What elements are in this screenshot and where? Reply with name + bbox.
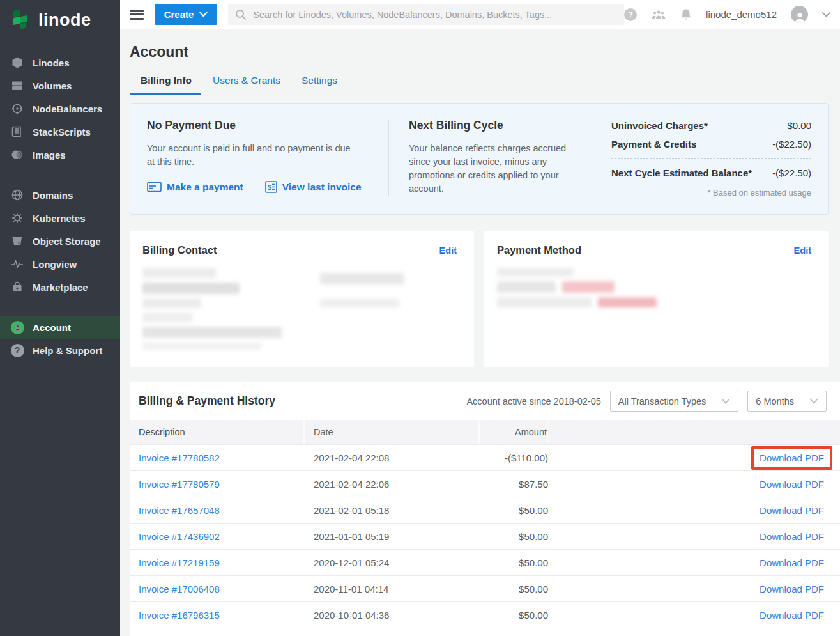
column-description: Description bbox=[130, 420, 305, 444]
account-active-since: Account active since 2018-02-05 bbox=[466, 396, 600, 407]
view-last-invoice-link[interactable]: $ View last invoice bbox=[265, 181, 362, 193]
estimated-usage-footnote: * Based on estimated usage bbox=[611, 188, 811, 198]
download-pdf-link[interactable]: Download PDF bbox=[760, 557, 824, 568]
svg-text:$: $ bbox=[268, 183, 271, 191]
sidebar: linode Linodes Volumes NodeBalancers Sta… bbox=[0, 0, 120, 636]
tab-settings[interactable]: Settings bbox=[302, 75, 337, 95]
highlight-annotation: Download PDF bbox=[760, 531, 824, 542]
table-row: Invoice #17780582 2021-02-04 22:08 -($11… bbox=[130, 444, 840, 470]
user-menu-chevron-icon[interactable] bbox=[822, 12, 830, 17]
highlight-annotation: Download PDF bbox=[760, 610, 824, 621]
search-input[interactable] bbox=[253, 10, 617, 20]
invoice-link[interactable]: Invoice #17006408 bbox=[139, 584, 220, 594]
invoice-link[interactable]: Invoice #17657048 bbox=[139, 505, 220, 516]
sidebar-item-longview[interactable]: Longview bbox=[0, 252, 120, 275]
invoice-link[interactable]: Invoice #16796315 bbox=[139, 610, 220, 621]
download-pdf-link[interactable]: Download PDF bbox=[760, 479, 824, 490]
create-button[interactable]: Create bbox=[155, 4, 218, 25]
charges-section: Uninvoiced Charges* $0.00 Payment & Cred… bbox=[611, 119, 811, 198]
highlight-annotation: Download PDF bbox=[760, 505, 824, 516]
topbar-right: ? linode_demo512 bbox=[624, 6, 830, 23]
make-payment-link[interactable]: Make a payment bbox=[147, 181, 243, 193]
table-row: Invoice #17657048 2021-02-01 05:18 $50.0… bbox=[130, 497, 840, 523]
invoice-date: 2020-12-01 05:24 bbox=[305, 557, 480, 568]
search-icon bbox=[235, 9, 247, 20]
download-pdf-link[interactable]: Download PDF bbox=[760, 610, 824, 621]
sidebar-item-label: Account bbox=[33, 322, 71, 333]
username-label[interactable]: linode_demo512 bbox=[706, 9, 777, 20]
download-pdf-link[interactable]: Download PDF bbox=[760, 453, 824, 463]
invoice-amount: $50.00 bbox=[480, 505, 548, 516]
tab-billing-info[interactable]: Billing Info bbox=[141, 75, 192, 95]
chevron-down-icon bbox=[809, 398, 818, 404]
sidebar-item-kubernetes[interactable]: Kubernetes bbox=[0, 206, 120, 229]
invoice-date: 2021-02-04 22:08 bbox=[305, 453, 480, 463]
sidebar-item-images[interactable]: Images bbox=[0, 143, 120, 166]
invoice-link[interactable]: Invoice #17780582 bbox=[139, 453, 220, 463]
help-icon: ? bbox=[10, 343, 24, 357]
sidebar-item-label: Marketplace bbox=[33, 282, 88, 293]
download-pdf-link[interactable]: Download PDF bbox=[760, 531, 824, 542]
sidebar-item-label: Domains bbox=[33, 190, 73, 201]
highlight-annotation: Download PDF bbox=[760, 479, 824, 490]
user-avatar[interactable] bbox=[791, 6, 808, 23]
next-cycle-title: Next Billing Cycle bbox=[409, 119, 588, 132]
transaction-type-value: All Transaction Types bbox=[618, 396, 706, 407]
notifications-bell-icon[interactable] bbox=[680, 8, 692, 21]
sidebar-item-stackscripts[interactable]: StackScripts bbox=[0, 120, 120, 143]
billing-summary-card: No Payment Due Your account is paid in f… bbox=[130, 103, 829, 215]
download-pdf-link[interactable]: Download PDF bbox=[760, 584, 824, 594]
billing-contact-title: Billing Contact bbox=[142, 244, 217, 256]
help-icon[interactable]: ? bbox=[624, 8, 637, 21]
sidebar-item-object-storage[interactable]: Object Storage bbox=[0, 229, 120, 252]
invoice-link[interactable]: Invoice #17436902 bbox=[139, 531, 220, 542]
billing-contact-edit-link[interactable]: Edit bbox=[439, 245, 457, 256]
images-icon bbox=[10, 148, 24, 162]
hamburger-menu-icon[interactable] bbox=[130, 10, 144, 20]
sidebar-item-nodebalancers[interactable]: NodeBalancers bbox=[0, 97, 120, 120]
uninvoiced-charges-value: $0.00 bbox=[787, 120, 811, 131]
sidebar-item-account[interactable]: Account bbox=[0, 316, 120, 339]
volumes-icon bbox=[10, 79, 24, 93]
tab-users-grants[interactable]: Users & Grants bbox=[213, 75, 280, 95]
payment-credits-value: -($22.50) bbox=[772, 139, 811, 150]
sidebar-item-volumes[interactable]: Volumes bbox=[0, 74, 120, 97]
dashed-divider bbox=[611, 158, 811, 159]
users-group-icon[interactable] bbox=[651, 9, 666, 20]
pulse-icon bbox=[10, 257, 24, 271]
chevron-down-icon bbox=[721, 398, 730, 404]
globe-icon bbox=[10, 188, 24, 202]
invoice-link[interactable]: Invoice #17219159 bbox=[139, 557, 220, 568]
billing-history-section: Billing & Payment History Account active… bbox=[130, 382, 840, 636]
topbar: Create ? linode_demo512 bbox=[120, 0, 840, 29]
create-button-label: Create bbox=[164, 9, 194, 20]
payment-method-card: Payment Method Edit bbox=[484, 231, 829, 367]
hexagon-icon bbox=[10, 56, 24, 70]
sidebar-divider bbox=[0, 175, 120, 175]
history-table-body: Invoice #17780582 2021-02-04 22:08 -($11… bbox=[130, 444, 840, 636]
highlight-annotation: Download PDF bbox=[751, 446, 832, 470]
no-payment-body: Your account is paid in full and no paym… bbox=[147, 142, 358, 169]
sidebar-item-linodes[interactable]: Linodes bbox=[0, 51, 120, 74]
main-content: Account Billing Info Users & Grants Sett… bbox=[120, 29, 840, 636]
sidebar-item-label: Linodes bbox=[33, 58, 70, 68]
download-pdf-link[interactable]: Download PDF bbox=[760, 505, 824, 516]
invoice-amount: $50.00 bbox=[480, 557, 548, 568]
page-title: Account bbox=[130, 43, 840, 61]
linode-logo-icon bbox=[10, 8, 33, 31]
view-last-invoice-label: View last invoice bbox=[282, 182, 362, 193]
sidebar-item-help-support[interactable]: ? Help & Support bbox=[0, 339, 120, 362]
redacted-billing-contact bbox=[142, 268, 282, 354]
time-range-select[interactable]: 6 Months bbox=[747, 391, 827, 412]
payment-method-edit-link[interactable]: Edit bbox=[794, 245, 811, 256]
time-range-value: 6 Months bbox=[756, 396, 794, 407]
sidebar-item-domains[interactable]: Domains bbox=[0, 183, 120, 206]
sidebar-item-label: Kubernetes bbox=[33, 213, 86, 224]
invoice-date: 2020-10-01 04:36 bbox=[305, 610, 480, 621]
transaction-type-select[interactable]: All Transaction Types bbox=[610, 391, 739, 412]
linode-logo[interactable]: linode bbox=[0, 0, 120, 40]
sidebar-item-marketplace[interactable]: Marketplace bbox=[0, 275, 120, 299]
chevron-down-icon bbox=[199, 12, 208, 17]
invoice-link[interactable]: Invoice #17780579 bbox=[139, 479, 220, 490]
invoice-amount: $87.50 bbox=[480, 479, 548, 490]
